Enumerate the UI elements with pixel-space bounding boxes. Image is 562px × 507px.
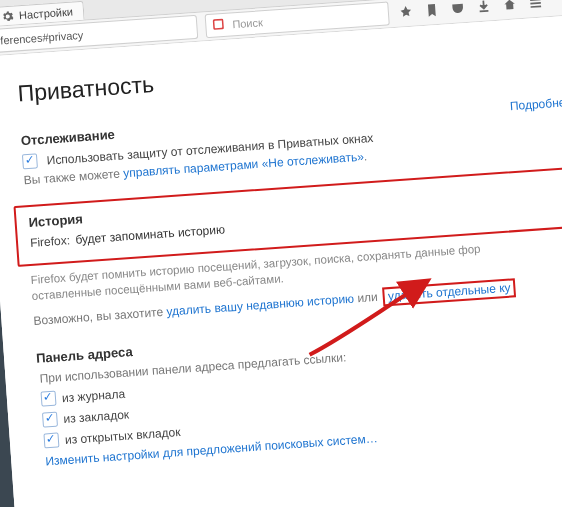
- checkbox-history[interactable]: [41, 391, 57, 407]
- label: из журнала: [62, 387, 126, 405]
- main-panel: Приватность Подробнее Смен Отслеживание …: [0, 11, 562, 507]
- browser-window: кс × Настройки efox about:preferences#pr…: [0, 0, 562, 507]
- addressbar-section: Панель адреса При использовании панели а…: [36, 309, 562, 469]
- pocket-icon[interactable]: [450, 1, 465, 16]
- label: из открытых вкладок: [64, 425, 181, 447]
- menu-icon[interactable]: [528, 0, 543, 11]
- toolbar-icons: [398, 0, 543, 20]
- checkbox-bookmarks[interactable]: [42, 412, 58, 428]
- text: .: [363, 149, 367, 163]
- history-label: Firefox:: [30, 233, 71, 250]
- star-icon[interactable]: [398, 5, 413, 20]
- checkbox-opentabs[interactable]: [43, 432, 59, 448]
- tracking-checkbox[interactable]: [22, 153, 38, 169]
- page-title: Приватность: [17, 38, 562, 107]
- text: Вы также можете: [23, 166, 123, 187]
- search-placeholder: Поиск: [232, 16, 263, 30]
- delete-individual-cookies-link[interactable]: удалить отдельные ку: [388, 281, 511, 304]
- svg-rect-1: [214, 20, 222, 28]
- tab-label: Настройки: [19, 5, 74, 21]
- home-icon[interactable]: [502, 0, 517, 12]
- gear-icon: [2, 10, 14, 22]
- delete-cookies-highlight: удалить отдельные ку: [382, 278, 516, 306]
- bookmark-icon[interactable]: [424, 3, 439, 18]
- label: из закладок: [63, 408, 130, 427]
- search-engine-icon: [212, 18, 227, 33]
- text: или: [354, 290, 382, 306]
- download-icon[interactable]: [476, 0, 491, 14]
- content-area: сновные оиск одержимое риложения Приватн…: [0, 11, 562, 507]
- history-mode-select[interactable]: будет запоминать историю: [75, 222, 225, 246]
- text: Возможно, вы захотите: [33, 305, 167, 328]
- address-url: about:preferences#privacy: [0, 29, 84, 50]
- clear-recent-history-link[interactable]: удалить вашу недавнюю историю: [166, 292, 355, 319]
